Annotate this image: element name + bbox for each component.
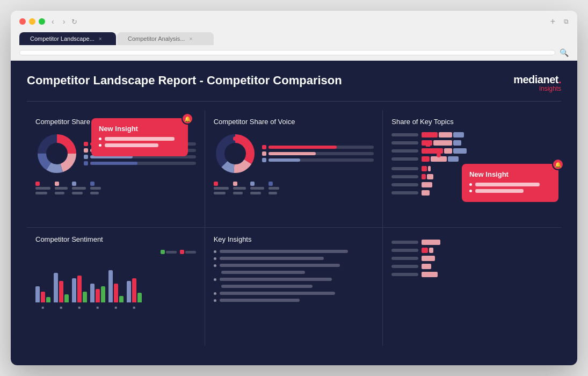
sent-bar: [90, 284, 95, 302]
sent-col: ■: [72, 276, 87, 310]
topic-row: [391, 248, 553, 253]
topic-bar: [422, 174, 426, 179]
bullet-dot: [99, 144, 101, 147]
bl-item: [250, 182, 264, 194]
bl-bar: [55, 187, 68, 190]
bottom-legend-2: [214, 182, 374, 194]
forward-button[interactable]: ›: [61, 16, 68, 27]
sent-bar: [137, 293, 142, 302]
sent-bar: [59, 281, 63, 302]
topic-label: [391, 273, 418, 276]
legend-dot: [84, 142, 88, 146]
dashboard-grid: Competitor Share of V...: [27, 110, 561, 346]
maximize-traffic-light[interactable]: [39, 18, 45, 25]
address-bar[interactable]: [19, 50, 555, 55]
sent-col: ■: [108, 270, 124, 310]
sent-bar: [72, 278, 76, 302]
topic-label: [391, 133, 418, 136]
sent-bar: [127, 281, 131, 302]
back-button[interactable]: ‹: [49, 16, 56, 27]
bl-item: [233, 182, 246, 194]
search-icon[interactable]: 🔍: [560, 48, 569, 57]
sent-col: ■: [127, 278, 142, 310]
bl-bar: [55, 192, 64, 194]
legend-item: [161, 250, 177, 254]
topic-row: [391, 256, 553, 261]
legend-dot: [262, 145, 266, 149]
report-title: Competitor Landscape Report - Competitor…: [27, 74, 342, 88]
bl-bar: [268, 187, 279, 190]
topic-bar: [422, 166, 427, 171]
bl-bar: [250, 192, 261, 194]
sent-label: ■: [37, 305, 49, 310]
panel-3-title: Share of Key Topics: [391, 118, 553, 126]
topic-label: [391, 241, 418, 244]
minimize-traffic-light[interactable]: [29, 18, 35, 25]
sent-bar: [108, 270, 113, 302]
ki-bar: [220, 278, 332, 281]
sentiment-chart: ■ ■: [35, 256, 196, 310]
legend-bar-bg: [90, 162, 196, 165]
bl-bar: [233, 187, 246, 190]
ki-item: [214, 292, 374, 295]
panel-share-voice-2: Competitor Share of Voice: [205, 110, 383, 228]
sent-label: ■: [91, 305, 104, 310]
sent-bar: [54, 273, 58, 302]
topic-bars: [422, 272, 553, 277]
donut-area-2: [214, 132, 374, 175]
sent-bar: [96, 289, 100, 302]
ki-item: [214, 250, 374, 253]
ki-dot: [214, 250, 216, 253]
ki-bar: [221, 285, 313, 288]
legend-item: [180, 250, 196, 254]
panel-key-insights: Key Insights: [205, 228, 383, 346]
browser-window: ‹ › ↻ + ⧉ Competitor Landscape... × Comp…: [11, 11, 577, 365]
ki-bar: [220, 264, 340, 267]
insight-tooltip-1[interactable]: 🔔 New Insight: [91, 118, 188, 156]
browser-chrome: ‹ › ↻ + ⧉ Competitor Landscape... × Comp…: [11, 11, 577, 45]
ki-bar: [220, 257, 324, 260]
topic-bar: [422, 190, 430, 196]
legend-dot: [84, 161, 88, 165]
sent-bar-group: [127, 278, 142, 302]
topic-dot-1: [426, 142, 430, 147]
legend-bars-2: [262, 145, 374, 162]
insight-bullet: [99, 137, 180, 141]
panel-5-title: Key Insights: [214, 235, 374, 243]
topics-list-bottom: [391, 240, 553, 277]
sent-bar: [41, 292, 45, 302]
ki-item: [214, 257, 374, 260]
bl-bar: [72, 192, 83, 194]
donut-chart-2: [214, 132, 257, 175]
insight-bullet: [469, 183, 551, 186]
bullet-dot: [99, 138, 101, 140]
topic-bar: [427, 174, 433, 179]
bl-bar: [214, 187, 229, 190]
bl-dot: [90, 182, 95, 186]
ki-dot: [214, 292, 216, 295]
legend-row: [262, 151, 374, 156]
tab-1-close[interactable]: ×: [99, 36, 102, 42]
window-control[interactable]: ⧉: [564, 18, 569, 25]
brand-name: medianet.: [513, 74, 561, 86]
bl-dot: [233, 182, 237, 186]
svg-point-9: [233, 136, 237, 141]
new-tab-button[interactable]: +: [550, 17, 555, 26]
ki-bar: [221, 271, 306, 274]
insight-bar: [105, 143, 158, 147]
insight-tooltip-2[interactable]: 🔔 New Insight: [462, 164, 558, 202]
sent-bar-group: [72, 276, 87, 302]
tab-2[interactable]: Competitor Analysis... ×: [117, 32, 214, 45]
sent-col: ■: [90, 284, 105, 310]
panel-4-title: Competitor Sentiment: [35, 235, 196, 243]
topic-row: [391, 264, 553, 269]
topic-bar: [433, 140, 452, 146]
reload-button[interactable]: ↻: [71, 18, 77, 26]
tab-2-close[interactable]: ×: [189, 36, 192, 42]
ki-dot: [214, 257, 216, 260]
topic-row: [391, 156, 553, 162]
topic-label: [391, 249, 418, 252]
close-traffic-light[interactable]: [19, 18, 26, 25]
tab-1[interactable]: Competitor Landscape... ×: [19, 32, 116, 45]
legend-dot: [262, 151, 266, 156]
